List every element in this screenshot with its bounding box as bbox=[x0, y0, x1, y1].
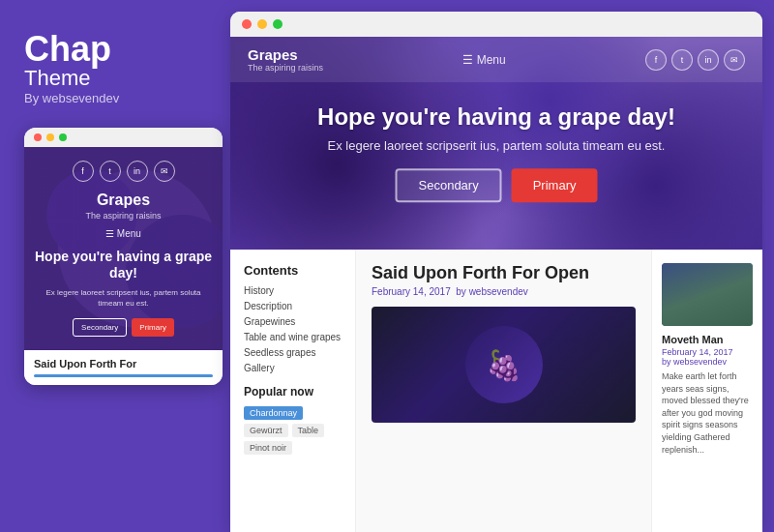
card-author: websevendev bbox=[673, 357, 727, 367]
desktop-social-in[interactable]: in bbox=[698, 49, 719, 71]
mockup-tagline: The aspiring raisins bbox=[34, 211, 213, 221]
mockup-social-fb: f bbox=[73, 161, 94, 182]
article-date: February 14, 2017 bbox=[372, 286, 451, 297]
mockup-menu[interactable]: ☰ Menu bbox=[34, 228, 213, 239]
mockup-secondary-btn[interactable]: Secondary bbox=[73, 318, 127, 337]
popular-now-title: Popular now bbox=[244, 385, 342, 399]
dot-green bbox=[59, 133, 67, 141]
hero-heading: Hope you're having a grape day! bbox=[257, 103, 736, 131]
right-card-area: Moveth Man February 14, 2017 by webseven… bbox=[651, 250, 762, 532]
hero-primary-btn[interactable]: Primary bbox=[512, 168, 598, 202]
contents-link-seedless[interactable]: Seedless grapes bbox=[244, 347, 342, 358]
hero-content: Hope you're having a grape day! Ex leger… bbox=[257, 103, 736, 202]
mockup-post-title: Said Upon Forth For bbox=[34, 358, 213, 369]
site-name-area: Grapes The aspiring raisins bbox=[248, 46, 323, 73]
mockup-post-preview: Said Upon Forth For bbox=[24, 350, 223, 385]
contents-sidebar: Contents History Description Grapewines … bbox=[230, 250, 356, 532]
tag-gewurzt[interactable]: Gewürzt bbox=[244, 424, 288, 437]
mockup-post-line bbox=[34, 374, 213, 377]
right-main: Grapes The aspiring raisins ☰ Menu f t i… bbox=[230, 12, 762, 532]
contents-link-grapewines[interactable]: Grapewines bbox=[244, 316, 342, 327]
browser-dot-green[interactable] bbox=[273, 19, 283, 29]
mockup-body-text: Ex legere laoreet scripsent ius, partem … bbox=[34, 287, 213, 309]
contents-link-description[interactable]: Description bbox=[244, 301, 342, 311]
mockup-hero-heading: Hope you're having a grape day! bbox=[34, 249, 213, 281]
brand-theme-label: Theme bbox=[24, 66, 90, 91]
popular-tags: Chardonnay Gewürzt Table Pinot noir bbox=[244, 406, 342, 455]
desktop-social-icons: f t in ✉ bbox=[645, 49, 745, 71]
tag-pinot[interactable]: Pinot noir bbox=[244, 441, 292, 455]
desktop-social-em[interactable]: ✉ bbox=[724, 49, 745, 71]
tag-chardonnay[interactable]: Chardonnay bbox=[244, 406, 303, 420]
mockup-social-in: in bbox=[127, 161, 148, 182]
main-article: Said Upon Forth For Open February 14, 20… bbox=[356, 250, 651, 532]
mockup-buttons: Secondary Primary bbox=[34, 318, 213, 337]
brand-name: Chap bbox=[24, 29, 111, 70]
desktop-social-tw[interactable]: t bbox=[671, 49, 693, 71]
desktop-site-tagline: The aspiring raisins bbox=[248, 63, 323, 73]
mockup-hero: f t in ✉ Grapes The aspiring raisins ☰ M… bbox=[24, 147, 223, 350]
dot-yellow bbox=[46, 133, 54, 141]
mobile-mockup: f t in ✉ Grapes The aspiring raisins ☰ M… bbox=[24, 128, 223, 385]
hero-buttons: Secondary Primary bbox=[257, 168, 736, 202]
card-by: by bbox=[662, 357, 671, 367]
card-title: Moveth Man bbox=[662, 334, 753, 345]
mockup-social-tw: t bbox=[100, 161, 121, 182]
contents-link-table[interactable]: Table and wine grapes bbox=[244, 332, 342, 342]
mockup-titlebar bbox=[24, 128, 223, 147]
article-meta: February 14, 2017 by websevendev bbox=[372, 286, 636, 297]
card-image bbox=[662, 263, 753, 326]
mockup-social-em: ✉ bbox=[154, 161, 175, 182]
browser-titlebar bbox=[230, 12, 762, 37]
left-sidebar: Chap Theme By websevendev f t in ✉ Grape… bbox=[0, 0, 223, 532]
card-text: Make earth let forth years seas signs, m… bbox=[662, 370, 753, 456]
mockup-social-icons: f t in ✉ bbox=[34, 161, 213, 182]
article-title: Said Upon Forth For Open bbox=[372, 263, 636, 283]
desktop-social-fb[interactable]: f bbox=[645, 49, 667, 71]
dot-red bbox=[34, 133, 42, 141]
contents-title: Contents bbox=[244, 263, 342, 278]
article-image: 🍇 bbox=[372, 307, 636, 423]
article-author: websevendev bbox=[469, 286, 528, 297]
browser-dot-red[interactable] bbox=[242, 19, 252, 29]
contents-link-history[interactable]: History bbox=[244, 285, 342, 296]
hero-secondary-btn[interactable]: Secondary bbox=[396, 168, 502, 202]
desktop-header-bar: Grapes The aspiring raisins ☰ Menu f t i… bbox=[230, 37, 762, 82]
right-card-wrapper: Moveth Man February 14, 2017 by webseven… bbox=[662, 334, 753, 456]
browser-dot-yellow[interactable] bbox=[257, 19, 267, 29]
desktop-nav[interactable]: ☰ Menu bbox=[462, 53, 505, 67]
desktop-content: Contents History Description Grapewines … bbox=[230, 250, 762, 532]
mockup-primary-btn[interactable]: Primary bbox=[132, 318, 174, 337]
mockup-site-title: Grapes bbox=[34, 192, 213, 209]
desktop-nav-menu[interactable]: ☰ Menu bbox=[462, 53, 505, 67]
article-image-bowl: 🍇 bbox=[465, 326, 543, 403]
contents-link-gallery[interactable]: Gallery bbox=[244, 363, 342, 373]
desktop-site-name: Grapes bbox=[248, 46, 323, 63]
tag-table[interactable]: Table bbox=[292, 424, 325, 437]
card-date: February 14, 2017 bbox=[662, 347, 733, 357]
article-by: by bbox=[456, 286, 466, 297]
brand-by: By websevendev bbox=[24, 91, 119, 105]
hero-subtext: Ex legere laoreet scripserit ius, partem… bbox=[257, 138, 736, 153]
card-meta: February 14, 2017 by websevendev bbox=[662, 347, 753, 367]
desktop-hero: Grapes The aspiring raisins ☰ Menu f t i… bbox=[230, 37, 762, 250]
